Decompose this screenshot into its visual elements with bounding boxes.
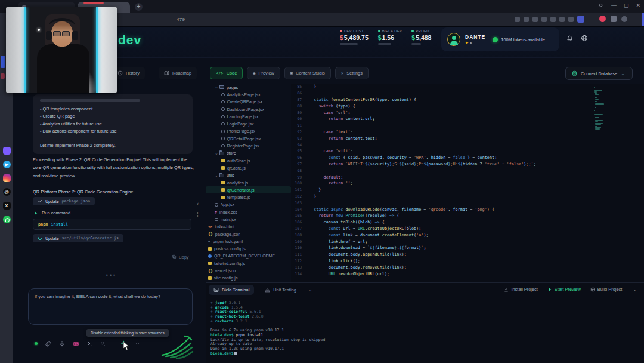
code-line[interactable]: 100 return '';: [291, 180, 644, 187]
extension-icon[interactable]: [524, 17, 529, 22]
minimize-icon[interactable]: —: [611, 2, 617, 8]
code-line[interactable]: 88 switch (type) {: [291, 103, 644, 109]
code-line[interactable]: 104 static async downloadQRCode(canvas, …: [291, 206, 644, 213]
tab-settings[interactable]: ✕Settings: [335, 67, 369, 79]
notes-extension-icon[interactable]: [611, 16, 617, 22]
code-line[interactable]: 110 link.download = `${filename}.${forma…: [291, 245, 644, 251]
update-qrgenerator-chip[interactable]: Update src/utils/qrGenerator.js: [33, 234, 123, 242]
command-block[interactable]: pnpm install: [33, 219, 191, 230]
tree-item-vite-config-js[interactable]: vite.config.js: [206, 275, 291, 282]
tree-item-analytics-js[interactable]: analytics.js: [206, 179, 291, 186]
code-line[interactable]: 102 }: [291, 193, 644, 200]
code-line[interactable]: 112 link.click();: [291, 258, 644, 264]
tree-item-createqrpage-jsx[interactable]: CreateQRPage.jsx: [206, 99, 291, 106]
minimap[interactable]: [593, 87, 604, 130]
code-line[interactable]: 91: [291, 122, 644, 129]
tree-item-profilepage-jsx[interactable]: ProfilePage.jsx: [206, 128, 291, 135]
start-preview-button[interactable]: Start Preview: [547, 287, 581, 292]
code-line[interactable]: 98: [291, 167, 644, 174]
code-line[interactable]: 97 return `WIFI:T:${security};S:${ssid};…: [291, 161, 644, 168]
chevron-up-icon[interactable]: [135, 341, 140, 346]
tab-code[interactable]: </>Code: [210, 67, 243, 79]
tree-item-app-jsx[interactable]: App.jsx: [206, 201, 291, 208]
tree-item-tailwind-config-js[interactable]: tailwind.config.js: [206, 260, 291, 267]
sidebar-toggle[interactable]: [642, 13, 644, 26]
adblock-icon[interactable]: [599, 16, 606, 22]
code-line[interactable]: 85 }: [291, 84, 644, 90]
code-line[interactable]: 99 default:: [291, 174, 644, 180]
code-line[interactable]: 89 case 'url':: [291, 109, 644, 116]
connect-database-button[interactable]: Connect Database ⌄: [565, 67, 633, 80]
code-line[interactable]: 86: [291, 90, 644, 97]
search-tools-icon[interactable]: [100, 341, 106, 346]
tree-item-loginpage-jsx[interactable]: LoginPage.jsx: [206, 120, 291, 127]
tree-item-utils[interactable]: ⌄utils: [206, 172, 291, 179]
code-editor[interactable]: 85 }8687 static formatContentForQR(type,…: [291, 84, 644, 282]
whatsapp-icon[interactable]: [3, 216, 11, 223]
terminal-chevron-icon[interactable]: ⌄: [308, 287, 312, 293]
tree-item-main-jsx[interactable]: main.jsx: [206, 216, 291, 223]
user-card[interactable]: DANTE ★ ● 160M tokens available: [441, 27, 559, 51]
history-button[interactable]: History: [112, 67, 145, 79]
tree-item-qrgenerator-js[interactable]: qrGenerator.js: [206, 186, 291, 193]
profile-extension-icon[interactable]: [577, 16, 584, 23]
extension-icon[interactable]: [532, 17, 538, 22]
telegram-icon[interactable]: [3, 161, 11, 168]
app-icon-purple[interactable]: [3, 147, 11, 155]
code-line[interactable]: 113 document.body.removeChild(link);: [291, 264, 644, 270]
tree-item-qr-platform-development-[interactable]: QR_PLATFORM_DEVELOPMENT_: [206, 253, 291, 260]
code-line[interactable]: 95 case 'wifi':: [291, 148, 644, 155]
code-line[interactable]: 94: [291, 141, 644, 148]
build-project-button[interactable]: Build Project: [590, 287, 623, 292]
code-line[interactable]: 107 const url = URL.createObjectURL(blob…: [291, 226, 644, 232]
tab-unit-testing[interactable]: Unit Testing: [260, 285, 301, 295]
globe-icon[interactable]: [581, 35, 588, 42]
tree-item-index-css[interactable]: #index.css: [206, 208, 291, 216]
tab-preview[interactable]: ◉Preview: [247, 67, 280, 79]
search-icon[interactable]: [599, 3, 604, 8]
extension-icon[interactable]: [515, 17, 520, 22]
tab-content-studio[interactable]: ▣Content Studio: [284, 67, 331, 79]
code-line[interactable]: 96 const { ssid, password, security = 'W…: [291, 155, 644, 161]
maximize-icon[interactable]: ▢: [624, 2, 629, 8]
tree-item-postcss-config-js[interactable]: postcss.config.js: [206, 245, 291, 253]
code-line[interactable]: 92 case 'text':: [291, 129, 644, 136]
tree-item-store[interactable]: ⌄store: [206, 150, 291, 157]
bell-icon[interactable]: [566, 35, 573, 41]
tree-item-dashboardpage-jsx[interactable]: DashboardPage.jsx: [206, 106, 291, 113]
extension-icon[interactable]: [550, 17, 556, 22]
code-line[interactable]: 111 document.body.appendChild(link);: [291, 251, 644, 258]
code-line[interactable]: 114 URL.revokeObjectURL(url);: [291, 270, 644, 277]
code-line[interactable]: 106 canvas.toBlob((blob) => {: [291, 219, 644, 226]
tree-item-pages[interactable]: ⌄pages: [206, 84, 291, 91]
update-package-json-chip[interactable]: Update package.json: [33, 197, 95, 205]
actions-chevron-icon[interactable]: ⌄: [633, 287, 637, 292]
new-tab-button[interactable]: +: [135, 3, 143, 11]
pinned-item-blue[interactable]: [1, 56, 5, 68]
microphone-icon[interactable]: [59, 341, 65, 347]
tree-item-index-html[interactable]: <>index.html: [206, 223, 291, 230]
extension-icon[interactable]: [559, 17, 565, 22]
chat-input[interactable]: [35, 294, 186, 319]
threads-icon[interactable]: @: [3, 188, 11, 196]
model-status-icon[interactable]: [35, 342, 38, 345]
x-twitter-icon[interactable]: X: [3, 202, 11, 210]
copy-button[interactable]: Copy: [172, 254, 188, 259]
code-line[interactable]: 101 }: [291, 187, 644, 193]
code-line[interactable]: 105 return new Promise((resolve) => {: [291, 213, 644, 219]
close-icon[interactable]: ✕: [636, 2, 640, 8]
extension-icon[interactable]: [541, 17, 547, 22]
code-line[interactable]: 87 static formatContentForQR(type, conte…: [291, 97, 644, 103]
tree-item-qrdetailpage-jsx[interactable]: QRDetailPage.jsx: [206, 135, 291, 142]
tree-item-vercel-json[interactable]: {}vercel.json: [206, 267, 291, 274]
code-line[interactable]: 109 link.href = url;: [291, 238, 644, 245]
image-icon[interactable]: [73, 341, 79, 347]
tools-icon[interactable]: [87, 341, 92, 346]
tree-item-qrstore-js[interactable]: qrStore.js: [206, 164, 291, 171]
tree-item-analyticspage-jsx[interactable]: AnalyticsPage.jsx: [206, 91, 291, 98]
roadmap-button[interactable]: Roadmap: [159, 67, 197, 79]
instagram-icon[interactable]: [3, 174, 11, 182]
code-line[interactable]: 90 return content.url;: [291, 116, 644, 122]
install-project-button[interactable]: Install Project: [504, 287, 537, 292]
panel-collapse-icon[interactable]: ‹: [197, 201, 199, 207]
